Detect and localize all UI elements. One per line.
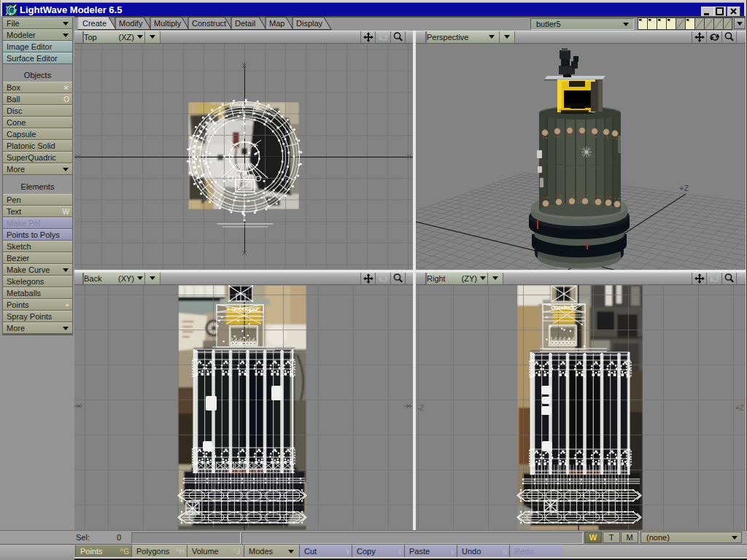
svg-text:+Z: +Z xyxy=(735,404,744,412)
svg-text:Construct: Construct xyxy=(192,19,226,28)
svg-text:Map: Map xyxy=(269,19,285,28)
svg-text:Modify: Modify xyxy=(119,19,143,28)
svg-text:Detail: Detail xyxy=(235,19,255,28)
svg-text:-Z: -Z xyxy=(417,404,424,412)
svg-text:Multiply: Multiply xyxy=(154,19,182,28)
svg-text:Display: Display xyxy=(296,19,323,28)
svg-text:Create: Create xyxy=(82,19,107,28)
